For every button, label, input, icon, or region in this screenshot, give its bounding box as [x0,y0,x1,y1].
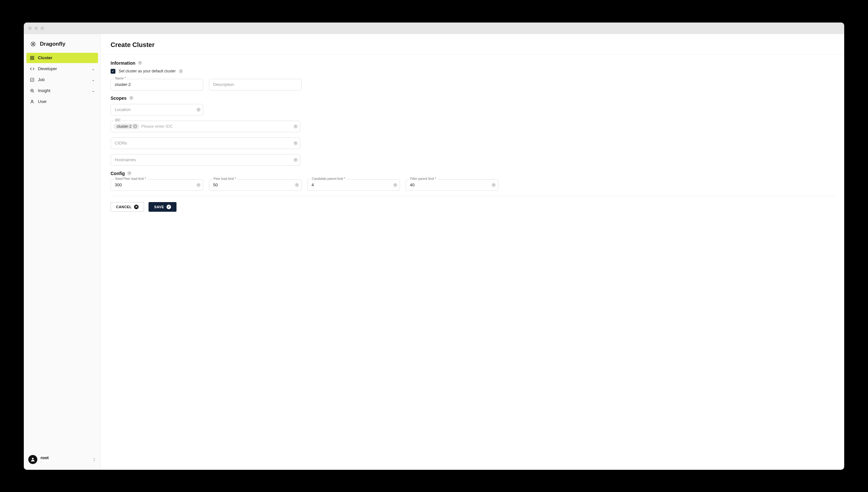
check-circle-icon: ✓ [166,205,171,209]
section-title-information: Information ? [111,60,835,66]
checkbox-checked-icon[interactable]: ✓ [111,69,115,74]
cidrs-field: ? [111,138,300,149]
peer-load-limit-label: Peer load limit * [212,177,237,180]
svg-rect-9 [30,56,32,57]
svg-line-7 [31,45,32,46]
user-name: root [41,455,49,460]
help-icon[interactable]: ? [492,183,496,187]
help-icon[interactable]: ? [129,96,133,100]
help-icon[interactable]: ? [293,158,298,162]
help-icon[interactable]: ? [293,124,298,128]
sidebar-nav: Cluster Developer ⌄ Job ⌄ [26,53,98,107]
divider [111,196,835,196]
hostnames-input[interactable] [111,154,300,166]
chip-remove-icon[interactable]: ✕ [133,124,137,128]
peer-load-limit-input[interactable] [209,179,301,191]
filter-parent-limit-input[interactable] [406,179,498,191]
save-button[interactable]: SAVE ✓ [149,202,177,212]
window-max-dot[interactable] [41,26,44,30]
cancel-icon: ✕ [134,205,138,209]
svg-line-15 [33,91,34,92]
page-header: Create Cluster [101,34,844,55]
seed-peer-limit-input[interactable] [111,179,203,191]
idc-label: IDC [114,118,122,122]
svg-point-18 [31,100,33,102]
idc-field: IDC cluster-2 ✕ Please enter IDC ? [111,121,300,132]
sidebar-item-cluster[interactable]: Cluster [26,53,98,63]
sidebar-user[interactable]: root - [26,452,98,467]
default-cluster-checkbox-row[interactable]: ✓ Set cluster as your default cluster ? [111,69,835,74]
candidate-parent-limit-label: Candidate parent limit * [311,177,346,180]
chip-label: cluster-2 [117,124,131,129]
candidate-parent-limit-input[interactable] [307,179,400,191]
help-icon[interactable]: ? [179,69,183,73]
window-close-dot[interactable] [28,26,32,30]
idc-placeholder: Please enter IDC [141,124,173,129]
name-input[interactable] [111,79,203,91]
section-title-config: Config ? [111,171,835,176]
app-window: Dragonfly Cluster Developer ⌄ [24,23,844,470]
user-subtitle: - [41,460,49,464]
help-icon[interactable]: ? [196,183,201,187]
code-icon [30,66,35,71]
chevron-down-icon: ⌄ [91,67,95,71]
svg-point-0 [32,44,33,44]
sidebar-item-label: Cluster [38,55,52,60]
sidebar-item-label: User [38,99,47,104]
cancel-button[interactable]: CANCEL ✕ [111,202,144,212]
location-field: ? [111,104,203,116]
description-input[interactable] [209,79,301,91]
filter-parent-limit-label: Filter parent limit * [409,177,438,180]
location-input[interactable] [111,104,203,116]
help-icon[interactable]: ? [196,107,201,112]
section-title-text: Scopes [111,96,127,101]
hostnames-field: ? [111,154,300,166]
section-title-text: Information [111,60,135,66]
name-field: Name * [111,79,203,91]
titlebar [24,23,844,34]
user-block: root - [41,455,49,464]
help-icon[interactable]: ? [293,141,298,145]
form-actions: CANCEL ✕ SAVE ✓ [111,202,835,212]
brand-name: Dragonfly [40,41,65,47]
svg-rect-13 [30,78,34,81]
svg-line-8 [34,42,35,43]
sidebar-item-user[interactable]: User [26,97,98,107]
page-title: Create Cluster [111,41,835,49]
sidebar-item-label: Developer [38,66,57,71]
main: Create Cluster Information ? ✓ Set clust… [101,34,844,470]
user-icon [30,99,35,104]
help-icon[interactable]: ? [295,183,299,187]
chevron-down-icon: ⌄ [91,77,95,82]
content: Information ? ✓ Set cluster as your defa… [101,55,844,218]
svg-line-6 [34,45,35,46]
insight-icon [30,88,35,93]
cancel-label: CANCEL [116,205,131,209]
sidebar-item-label: Insight [38,88,50,93]
unfold-icon [92,457,96,462]
default-cluster-label: Set cluster as your default cluster [119,69,176,73]
sidebar-item-label: Job [38,77,45,82]
idc-input[interactable]: cluster-2 ✕ Please enter IDC [111,121,300,132]
window-min-dot[interactable] [34,26,38,30]
filter-parent-limit-field: Filter parent limit * ? [406,179,498,191]
sidebar: Dragonfly Cluster Developer ⌄ [24,34,101,470]
svg-point-19 [32,458,33,459]
chevron-down-icon: ⌄ [91,89,95,93]
seed-peer-limit-field: Seed Peer load limit * ? [111,179,203,191]
idc-chip: cluster-2 ✕ [113,124,139,129]
section-title-text: Config [111,171,125,176]
help-icon[interactable]: ? [127,171,131,175]
cidrs-input[interactable] [111,138,300,149]
brand: Dragonfly [26,39,98,53]
sidebar-item-developer[interactable]: Developer ⌄ [26,64,98,74]
candidate-parent-limit-field: Candidate parent limit * ? [307,179,400,191]
section-title-scopes: Scopes ? [111,96,835,101]
help-icon[interactable]: ? [393,183,397,187]
description-field [209,79,301,91]
sidebar-item-job[interactable]: Job ⌄ [26,75,98,85]
help-icon[interactable]: ? [138,61,142,65]
svg-rect-12 [32,58,34,59]
avatar [28,455,37,464]
sidebar-item-insight[interactable]: Insight ⌄ [26,85,98,96]
